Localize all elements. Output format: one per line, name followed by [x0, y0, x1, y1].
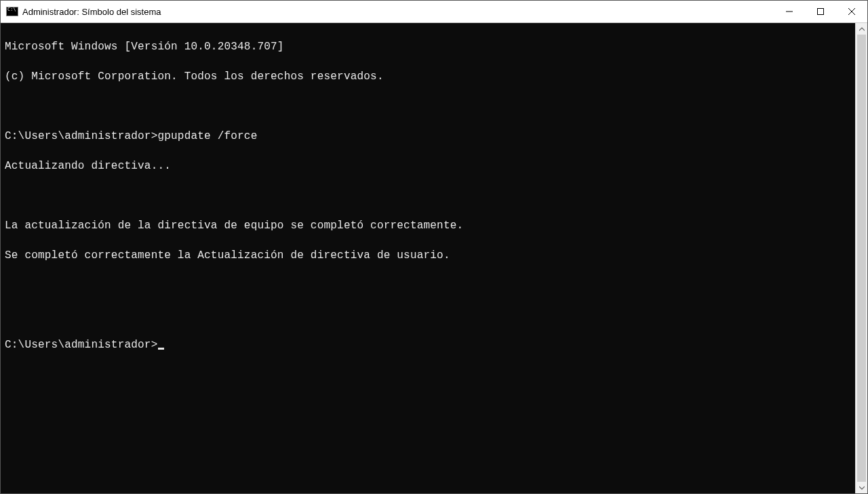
client-area: Microsoft Windows [Versión 10.0.20348.70… [1, 23, 867, 493]
terminal-output[interactable]: Microsoft Windows [Versión 10.0.20348.70… [1, 23, 855, 493]
close-button[interactable] [836, 1, 867, 22]
output-line: C:\Users\administrador> [5, 337, 855, 352]
output-line [5, 308, 855, 323]
scroll-up-button[interactable] [856, 23, 867, 35]
scroll-thumb[interactable] [857, 35, 866, 482]
output-line: Se completó correctamente la Actualizaci… [5, 248, 855, 263]
prompt: C:\Users\administrador> [5, 130, 157, 142]
cmd-window: Administrador: Símbolo del sistema Micro… [0, 0, 868, 494]
svg-rect-1 [818, 9, 824, 15]
close-icon [848, 8, 855, 15]
chevron-up-icon [859, 26, 865, 32]
cmd-icon [6, 7, 18, 16]
output-line: La actualización de la directiva de equi… [5, 218, 855, 233]
minimize-icon [786, 8, 793, 15]
output-line [5, 278, 855, 293]
chevron-down-icon [859, 485, 865, 491]
vertical-scrollbar[interactable] [855, 23, 867, 493]
output-line [5, 99, 855, 114]
command: gpupdate /force [157, 130, 257, 142]
maximize-icon [817, 8, 824, 15]
window-title: Administrador: Símbolo del sistema [22, 7, 161, 17]
output-line: Actualizando directiva... [5, 159, 855, 173]
prompt: C:\Users\administrador> [5, 339, 157, 351]
cursor [158, 348, 164, 350]
scroll-down-button[interactable] [856, 482, 867, 493]
output-line [5, 188, 855, 203]
scroll-track[interactable] [856, 35, 867, 482]
output-line: Microsoft Windows [Versión 10.0.20348.70… [5, 39, 855, 54]
titlebar[interactable]: Administrador: Símbolo del sistema [1, 1, 867, 23]
output-line: (c) Microsoft Corporation. Todos los der… [5, 69, 855, 84]
minimize-button[interactable] [774, 1, 805, 22]
output-line: C:\Users\administrador>gpupdate /force [5, 129, 855, 144]
maximize-button[interactable] [805, 1, 836, 22]
